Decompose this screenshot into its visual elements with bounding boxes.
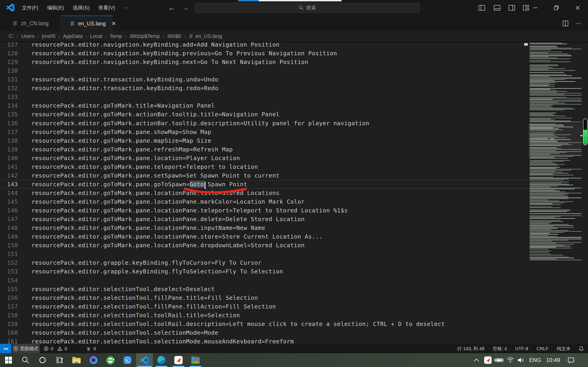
code-line[interactable]: 146resourcePack.editor.goToMark.pane.loc… [0, 206, 582, 215]
toggle-secondary-sidebar-icon[interactable] [507, 3, 516, 12]
line-number[interactable]: 149 [0, 232, 18, 241]
ports-indicator[interactable]: 0 [86, 344, 96, 353]
breadcrumb-item[interactable]: Users [21, 33, 35, 39]
start-button[interactable] [0, 353, 17, 367]
line-text[interactable]: resourcePack.editor.goToMark.pane.setSpa… [32, 171, 279, 180]
code-line[interactable]: 155resourcePack.editor.selectionTool.des… [0, 285, 582, 294]
minimize-button[interactable] [527, 0, 543, 16]
line-text[interactable]: resourcePack.editor.goToMark.pane.telepo… [32, 163, 258, 171]
statusbar-indentation[interactable]: 空格: 4 [493, 346, 507, 352]
code-line[interactable]: 131resourcePack.editor.transaction.keyBi… [0, 75, 582, 84]
breadcrumb-item[interactable]: Temp [110, 33, 122, 39]
line-number[interactable]: 132 [0, 84, 18, 93]
line-number[interactable]: 145 [0, 198, 18, 206]
task-view-icon[interactable] [51, 353, 68, 367]
statusbar-language-mode[interactable]: 纯文本 [557, 346, 571, 352]
menu-file[interactable]: 文件(F) [17, 3, 43, 13]
line-number[interactable]: 148 [0, 224, 18, 232]
statusbar-cursor-position[interactable]: 行 143, 列 49 [457, 346, 484, 352]
code-line[interactable]: 134resourcePack.editor.goToMark.title=Na… [0, 101, 582, 110]
notifications-bell-icon[interactable] [579, 346, 584, 351]
edge-icon[interactable] [153, 353, 170, 367]
nav-forward-button[interactable]: → [180, 0, 191, 16]
code-editor[interactable]: 127resourcePack.editor.navigation.keyBin… [0, 41, 588, 344]
split-editor-icon[interactable] [562, 20, 569, 27]
line-text[interactable]: resourcePack.editor.goToMark.pane.locati… [32, 206, 348, 215]
line-number[interactable]: 140 [0, 154, 18, 163]
code-line[interactable]: 132resourcePack.editor.transaction.keyBi… [0, 84, 582, 93]
code-line[interactable]: 137resourcePack.editor.goToMark.pane.sho… [0, 128, 582, 136]
line-number[interactable]: 133 [0, 93, 18, 101]
line-text[interactable]: resourcePack.editor.goToMark.title=Navig… [32, 101, 215, 110]
line-text[interactable]: resourcePack.editor.goToMark.pane.locati… [32, 224, 265, 232]
code-line[interactable]: 157resourcePack.editor.selectionTool.fil… [0, 302, 582, 311]
line-number[interactable]: 155 [0, 285, 18, 294]
problems-indicator[interactable]: 0 0 [44, 344, 67, 353]
line-text[interactable]: resourcePack.editor.goToMark.pane.refres… [32, 145, 233, 154]
line-text[interactable]: resourcePack.editor.selectionTool.desele… [32, 285, 215, 294]
code-line[interactable]: 144resourcePack.editor.goToMark.pane.loc… [0, 189, 582, 198]
line-text[interactable]: resourcePack.editor.selectionTool.fillPa… [32, 302, 276, 311]
vscode-taskbar-icon[interactable] [136, 353, 153, 367]
line-number[interactable]: 141 [0, 163, 18, 171]
line-text[interactable]: resourcePack.editor.transaction.keyBindi… [32, 84, 218, 93]
line-number[interactable]: 135 [0, 110, 18, 119]
code-line[interactable]: 136resourcePack.editor.goToMark.actionBa… [0, 119, 582, 128]
code-line[interactable]: 149resourcePack.editor.goToMark.pane.loc… [0, 232, 582, 241]
line-number[interactable]: 128 [0, 49, 18, 58]
menu-selection[interactable]: 选择(S) [68, 3, 94, 13]
code-line[interactable]: 133 [0, 93, 582, 101]
restricted-mode-badge[interactable]: 受限模式 [12, 344, 40, 353]
tray-chevron-up-icon[interactable] [471, 353, 481, 367]
tab-zh-cn-lang[interactable]: zh_CN.lang [0, 16, 61, 31]
toggle-panel-icon[interactable] [493, 3, 502, 12]
line-text[interactable]: resourcePack.editor.grapple.keyBinding.f… [32, 259, 262, 267]
line-number[interactable]: 150 [0, 241, 18, 250]
close-window-button[interactable] [570, 0, 586, 16]
line-number[interactable]: 139 [0, 145, 18, 154]
code-line[interactable]: 141resourcePack.editor.goToMark.pane.tel… [0, 163, 582, 171]
line-text[interactable]: resourcePack.editor.goToMark.pane.locati… [32, 241, 305, 250]
line-text[interactable]: resourcePack.editor.selectionTool.select… [32, 328, 218, 337]
line-text[interactable]: resourcePack.editor.selectionTool.select… [32, 337, 294, 344]
line-text[interactable]: resourcePack.editor.goToMark.actionBar.t… [32, 110, 279, 119]
breadcrumb-item[interactable]: en_US.lang [189, 33, 222, 39]
tray-yandex-icon[interactable] [483, 353, 493, 367]
line-text[interactable]: resourcePack.editor.goToMark.pane.showMa… [32, 128, 211, 136]
restore-button[interactable] [548, 0, 564, 16]
cortana-icon[interactable] [34, 353, 51, 367]
line-number[interactable]: 136 [0, 119, 18, 128]
line-number[interactable]: 159 [0, 320, 18, 328]
browser-360-icon[interactable] [102, 353, 119, 367]
statusbar-eol-sequence[interactable]: CRLF [536, 346, 548, 351]
code-line[interactable]: 158resourcePack.editor.selectionTool.too… [0, 311, 582, 320]
line-number[interactable]: 134 [0, 101, 18, 110]
code-line[interactable]: 153resourcePack.editor.grapple.keyBindin… [0, 267, 582, 276]
code-line[interactable]: 152resourcePack.editor.grapple.keyBindin… [0, 259, 582, 267]
remote-indicator[interactable]: >< [0, 344, 11, 353]
line-number[interactable]: 161 [0, 337, 18, 344]
breadcrumb-item[interactable]: C: [9, 33, 14, 39]
line-text[interactable]: resourcePack.editor.selectionTool.toolRa… [32, 311, 240, 320]
line-number[interactable]: 160 [0, 328, 18, 337]
statusbar-encoding[interactable]: UTF-8 [515, 346, 528, 351]
menu-view[interactable]: 查看(V) [94, 3, 120, 13]
menu-edit[interactable]: 编辑(E) [43, 3, 68, 13]
code-line[interactable]: 150resourcePack.editor.goToMark.pane.loc… [0, 241, 582, 250]
breadcrumb-item[interactable]: 360$0 [167, 33, 181, 39]
code-line[interactable]: 145resourcePack.editor.goToMark.pane.loc… [0, 198, 582, 206]
line-number[interactable]: 131 [0, 75, 18, 84]
line-text[interactable]: resourcePack.editor.goToMark.pane.locati… [32, 232, 323, 241]
code-line[interactable]: 135resourcePack.editor.goToMark.actionBa… [0, 110, 582, 119]
menu-more[interactable]: ··· [120, 3, 133, 13]
line-text[interactable]: resourcePack.editor.goToMark.pane.locati… [32, 154, 240, 163]
line-number[interactable]: 143 [0, 180, 18, 189]
taskbar-search-icon[interactable] [17, 353, 34, 367]
line-text[interactable]: resourcePack.editor.navigation.keyBindin… [32, 49, 337, 58]
code-line[interactable]: 147resourcePack.editor.goToMark.pane.loc… [0, 215, 582, 224]
code-line[interactable]: 128resourcePack.editor.navigation.keyBin… [0, 49, 582, 58]
line-number[interactable]: 137 [0, 128, 18, 136]
action-center-icon[interactable] [565, 353, 577, 367]
nav-back-button[interactable]: ← [166, 0, 177, 16]
battery-icon[interactable] [493, 353, 504, 367]
